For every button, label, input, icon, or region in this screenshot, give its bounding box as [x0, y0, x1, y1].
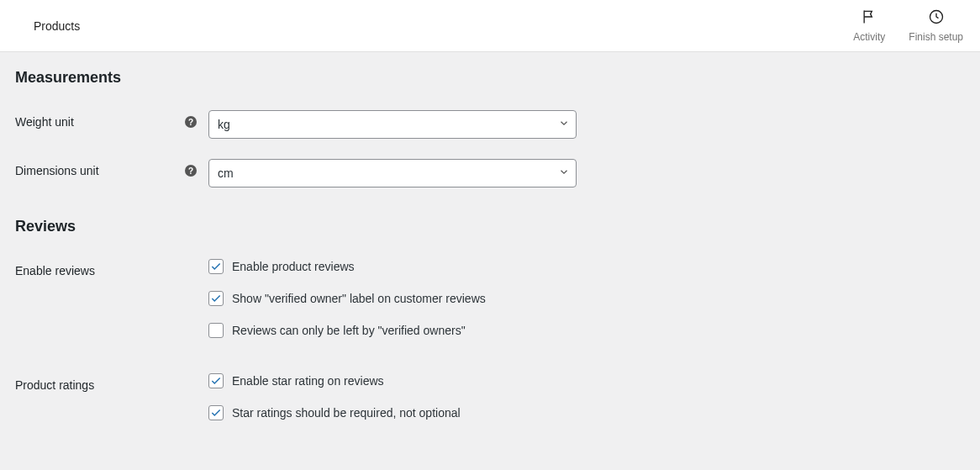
reviews-heading: Reviews [15, 218, 965, 235]
weight-unit-value: kg [218, 118, 230, 131]
checkbox[interactable] [208, 373, 224, 388]
measurements-heading: Measurements [15, 69, 965, 87]
checkbox-label: Enable star rating on reviews [232, 374, 384, 388]
verified-owners-only-option[interactable]: Reviews can only be left by "verified ow… [208, 323, 486, 338]
content: Measurements Weight unit ? kg Dimensions… [0, 52, 980, 457]
checkbox-label: Show "verified owner" label on customer … [232, 292, 486, 305]
checkbox[interactable] [208, 405, 224, 420]
checkbox-label: Star ratings should be required, not opt… [232, 406, 461, 420]
activity-label: Activity [853, 31, 885, 43]
dimensions-unit-label-col: Dimensions unit ? [15, 159, 208, 177]
dimensions-unit-value: cm [218, 166, 234, 180]
enable-reviews-row: Enable reviews Enable product reviews Sh… [15, 259, 965, 338]
checkbox-label: Reviews can only be left by "verified ow… [232, 324, 466, 337]
checkbox[interactable] [208, 291, 224, 306]
finish-setup-button[interactable]: Finish setup [909, 8, 963, 43]
page-title: Products [34, 19, 80, 33]
enable-reviews-label: Enable reviews [15, 264, 95, 277]
weight-unit-control: kg [208, 110, 577, 139]
weight-unit-label-col: Weight unit ? [15, 110, 208, 129]
finish-setup-label: Finish setup [909, 31, 963, 43]
weight-unit-label: Weight unit [15, 115, 74, 129]
star-rating-required-option[interactable]: Star ratings should be required, not opt… [208, 405, 461, 420]
checkbox[interactable] [208, 323, 224, 338]
enable-product-reviews-option[interactable]: Enable product reviews [208, 259, 486, 274]
verified-owner-label-option[interactable]: Show "verified owner" label on customer … [208, 291, 486, 306]
weight-unit-select[interactable]: kg [208, 110, 577, 139]
checkbox-label: Enable product reviews [232, 260, 355, 273]
product-ratings-label-col: Product ratings [15, 373, 208, 392]
enable-star-rating-option[interactable]: Enable star rating on reviews [208, 373, 461, 388]
help-icon[interactable]: ? [185, 116, 197, 128]
enable-reviews-controls: Enable product reviews Show "verified ow… [208, 259, 486, 338]
flag-icon [861, 8, 877, 28]
clock-icon [928, 8, 945, 28]
topbar: Products Activity Finish setup [0, 0, 980, 52]
dimensions-unit-label: Dimensions unit [15, 164, 99, 177]
dimensions-unit-row: Dimensions unit ? cm [15, 159, 965, 187]
topbar-actions: Activity Finish setup [853, 8, 963, 43]
enable-reviews-label-col: Enable reviews [15, 259, 208, 277]
checkbox[interactable] [208, 259, 224, 274]
product-ratings-row: Product ratings Enable star rating on re… [15, 373, 965, 420]
dimensions-unit-control: cm [208, 159, 577, 187]
product-ratings-label: Product ratings [15, 378, 94, 392]
dimensions-unit-select[interactable]: cm [208, 159, 577, 187]
help-icon[interactable]: ? [185, 165, 197, 177]
product-ratings-controls: Enable star rating on reviews Star ratin… [208, 373, 461, 420]
weight-unit-row: Weight unit ? kg [15, 110, 965, 139]
activity-button[interactable]: Activity [853, 8, 885, 43]
